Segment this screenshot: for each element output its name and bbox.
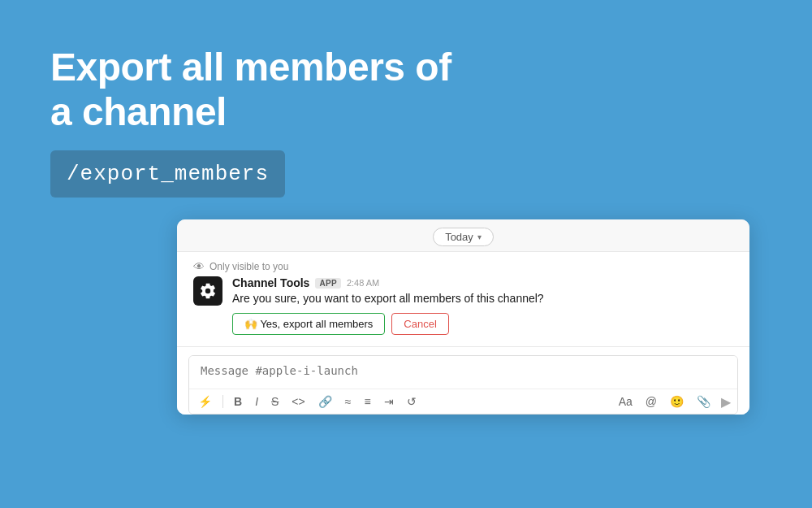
command-box: /export_members <box>50 150 285 198</box>
eye-icon: 👁 <box>193 260 205 273</box>
ordered-list-icon[interactable]: ≈ <box>343 393 354 410</box>
date-label: Today <box>445 231 473 243</box>
chevron-down-icon: ▾ <box>477 232 482 241</box>
avatar <box>193 276 222 306</box>
emoji-icon[interactable]: 🙂 <box>667 393 686 410</box>
message-input[interactable] <box>189 356 737 385</box>
message-area: 👁 Only visible to you Channel Tools APP … <box>177 252 749 346</box>
cancel-button[interactable]: Cancel <box>391 313 448 335</box>
attachment-icon[interactable]: 📎 <box>694 393 713 410</box>
lightning-icon[interactable]: ⚡ <box>196 393 214 410</box>
message-content: Channel Tools APP 2:48 AM Are you sure, … <box>232 276 733 335</box>
message-header: Channel Tools APP 2:48 AM <box>232 276 733 289</box>
visibility-label: Only visible to you <box>209 261 288 272</box>
app-badge: APP <box>315 278 340 289</box>
date-pill[interactable]: Today ▾ <box>433 228 494 246</box>
at-icon[interactable]: @ <box>643 393 659 410</box>
strikethrough-icon[interactable]: S <box>269 393 281 410</box>
font-size-icon[interactable]: Aa <box>616 393 635 410</box>
gear-icon <box>199 282 217 300</box>
bold-icon[interactable]: B <box>231 393 244 410</box>
unordered-list-icon[interactable]: ≡ <box>361 393 373 410</box>
chat-window: Today ▾ 👁 Only visible to you Channel To… <box>177 219 749 415</box>
message-time: 2:48 AM <box>347 278 379 288</box>
visibility-notice: 👁 Only visible to you <box>193 260 733 273</box>
hero-title: Export all members of a channel <box>50 45 451 134</box>
chat-input-area: ⚡ B I S <> 🔗 ≈ ≡ ⇥ ↺ Aa @ 🙂 📎 ▶ <box>177 346 749 415</box>
message-text: Are you sure, you want to export all mem… <box>232 292 733 305</box>
sender-name: Channel Tools <box>232 276 309 289</box>
message-row: Channel Tools APP 2:48 AM Are you sure, … <box>193 276 733 335</box>
message-toolbar: ⚡ B I S <> 🔗 ≈ ≡ ⇥ ↺ Aa @ 🙂 📎 ▶ <box>189 389 737 414</box>
code-icon[interactable]: <> <box>289 393 307 410</box>
indent-icon[interactable]: ⇥ <box>382 393 396 410</box>
message-input-box: ⚡ B I S <> 🔗 ≈ ≡ ⇥ ↺ Aa @ 🙂 📎 ▶ <box>188 355 738 415</box>
date-divider-row: Today ▾ <box>177 219 749 252</box>
toolbar-right-icons: Aa @ 🙂 📎 ▶ <box>616 393 731 410</box>
send-icon[interactable]: ▶ <box>721 394 731 410</box>
link-icon[interactable]: 🔗 <box>316 393 335 410</box>
export-all-members-button[interactable]: 🙌 Yes, export all members <box>232 313 385 335</box>
toolbar-divider-1 <box>222 395 223 408</box>
command-text: /export_members <box>67 162 269 186</box>
italic-icon[interactable]: I <box>253 393 261 410</box>
undo-icon[interactable]: ↺ <box>404 393 419 410</box>
action-buttons: 🙌 Yes, export all members Cancel <box>232 313 733 335</box>
